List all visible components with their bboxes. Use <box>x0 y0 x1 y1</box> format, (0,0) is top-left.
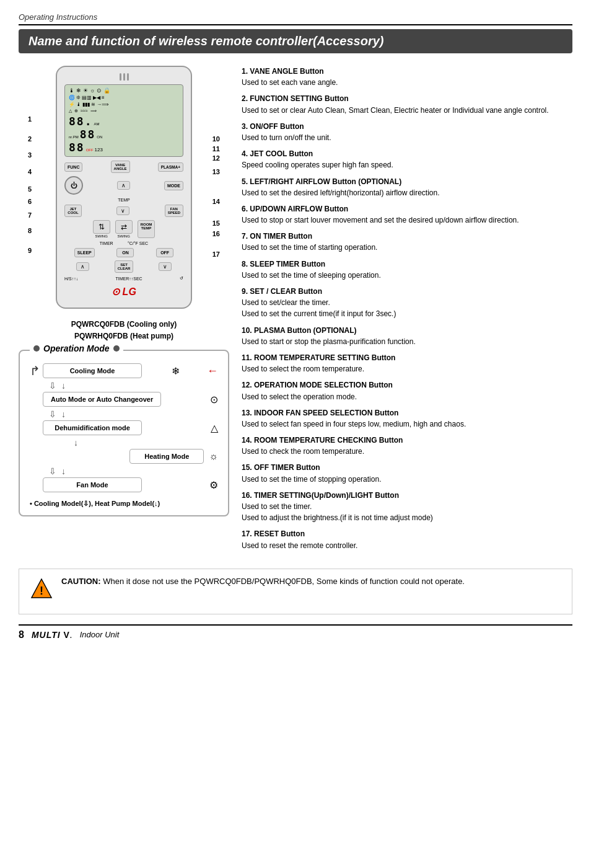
fan-speed-btn[interactable]: FANSPEED <box>165 205 183 217</box>
timer-up-btn[interactable]: ∧ <box>76 262 89 271</box>
label-3: 3 <box>28 151 32 159</box>
item-16-title: 16. TIMER SETTING(Up/Down)/LIGHT Button <box>242 491 399 500</box>
op-auto-row: Auto Mode or Auto Changeover ⊙ <box>43 392 218 407</box>
lg-logo: ⊙ LG <box>64 286 183 298</box>
item-4-desc: Speed cooling operates super high fan sp… <box>242 161 393 169</box>
item-12-title: 12. OPERATION MODE SELECTION Button <box>242 381 393 389</box>
set-clear-btn[interactable]: SETCLEAR <box>115 260 134 273</box>
remote-model2: PQWRHQ0FDB (Heat pump) <box>19 330 229 342</box>
item-9-title: 9. SET / CLEAR Button <box>242 287 322 296</box>
item-7: 7. ON TIMER Button Used to set the time … <box>242 231 572 253</box>
label-15: 15 <box>212 219 220 227</box>
mode-btn[interactable]: MODE <box>164 181 183 190</box>
label-2: 2 <box>28 135 32 143</box>
op-arrows-1: ⇩ ↓ <box>49 381 218 391</box>
item-17: 17. RESET Button Used to reset the remot… <box>242 528 572 551</box>
op-note: • Cooling Model(⇩), Heat Pump Model(↓) <box>30 500 218 508</box>
item-3-title: 3. ON/OFF Button <box>242 122 304 131</box>
h-swing-btn[interactable]: ⇄ SWING <box>115 220 133 238</box>
footer: 8 MULTI V. Indoor Unit <box>19 624 572 640</box>
label-9: 9 <box>28 247 32 254</box>
display-digits: 88. <box>69 115 93 128</box>
item-11-title: 11. ROOM TEMPERATURE SETTING Button <box>242 353 395 362</box>
item-3: 3. ON/OFF Button Used to turn on/off the… <box>242 121 572 143</box>
item-15: 15. OFF TIMER Button Used to set the tim… <box>242 462 572 484</box>
plasma-btn[interactable]: PLASMA+ <box>158 162 183 172</box>
item-1: 1. VANE ANGLE Button Used to set each va… <box>242 66 572 88</box>
op-cooling-label: Cooling Mode <box>43 363 142 378</box>
remote-model1: PQWRCQ0FDB (Cooling only) <box>19 319 229 330</box>
item-5-desc: Used to set the desired left/right(horiz… <box>242 188 439 197</box>
item-8: 8. SLEEP TIMER Button Used to set the ti… <box>242 259 572 281</box>
item-2-desc: Used to set or clear Auto Clean, Smart C… <box>242 106 549 115</box>
page-title: Name and function of wireless remote con… <box>19 29 572 53</box>
timer-down-btn[interactable]: ∨ <box>159 262 172 271</box>
operation-mode-box: Operation Mode ↱ Cooling Mode ❄ ← <box>19 350 229 516</box>
off-btn[interactable]: OFF <box>156 248 173 257</box>
operation-mode-title: Operation Mode <box>30 343 123 353</box>
jet-cool-btn[interactable]: JETCOOL <box>64 205 82 217</box>
footer-number: 8 <box>19 629 24 640</box>
label-1: 1 <box>28 115 32 123</box>
op-dehum-row: Dehumidification mode △ <box>43 420 218 435</box>
room-temp-btn[interactable]: ROOMTEMP <box>138 220 155 238</box>
op-heat-row: Heating Mode ☼ <box>43 449 218 464</box>
item-list: 1. VANE ANGLE Button Used to set each va… <box>242 66 572 551</box>
item-10-desc: Used to start or stop the plasma-purific… <box>242 337 416 346</box>
vane-angle-btn[interactable]: VANEANGLE <box>111 161 130 173</box>
item-6-desc: Used to stop or start louver movement an… <box>242 216 519 224</box>
on-btn[interactable]: ON <box>116 248 134 257</box>
label-10: 10 <box>212 135 220 143</box>
item-4: 4. JET COOL Button Speed cooling operate… <box>242 148 572 170</box>
label-5: 5 <box>28 185 32 193</box>
footer-model: Indoor Unit <box>80 630 120 639</box>
op-heat-label: Heating Mode <box>129 449 204 464</box>
power-btn[interactable]: ⏻ <box>64 176 83 195</box>
caution-label: CAUTION: <box>61 577 101 586</box>
label-7: 7 <box>28 211 32 219</box>
op-dehum-label: Dehumidification mode <box>43 420 142 435</box>
footer-brand: MULTI V. <box>32 630 72 640</box>
timer-row: TIMER °C/°F SEC <box>64 241 183 246</box>
timer-label: TIMER↑↑SEC <box>116 277 142 281</box>
item-17-desc: Used to reset the remote controller. <box>242 541 357 550</box>
item-13-desc: Used to select fan speed in four steps l… <box>242 420 466 428</box>
hr-label: H/S↑↑↓ <box>64 277 78 281</box>
op-arrows-4: ⇩ ↓ <box>49 466 218 476</box>
remote-container: 1 2 3 4 5 6 7 8 9 10 11 12 13 14 15 16 <box>19 66 229 309</box>
op-mode-dot-left <box>33 345 40 352</box>
label-12: 12 <box>212 154 220 162</box>
item-5-title: 5. LEFT/RIGHT AIRFLOW Button (OPTIONAL) <box>242 177 401 186</box>
item-13: 13. INDOOR FAN SPEED SELECTION Button Us… <box>242 407 572 430</box>
label-11: 11 <box>212 145 220 153</box>
temp-down-btn[interactable]: ∨ <box>116 206 129 215</box>
temp-up-btn[interactable]: ∧ <box>117 181 130 190</box>
vent-slits <box>64 73 183 81</box>
item-11: 11. ROOM TEMPERATURE SETTING Button Used… <box>242 352 572 374</box>
item-8-desc: Used to set the time of sleeping operati… <box>242 271 381 280</box>
item-15-title: 15. OFF TIMER Button <box>242 463 320 472</box>
item-10-title: 10. PLASMA Button (OPTIONAL) <box>242 326 357 335</box>
item-14-desc: Used to check the room temperature. <box>242 447 364 456</box>
v-swing-btn[interactable]: ⇅ SWING <box>93 220 110 238</box>
item-2: 2. FUNCTION SETTING Button Used to set o… <box>242 93 572 115</box>
sleep-on-off-row: SLEEP ON OFF <box>64 248 183 257</box>
item-8-title: 8. SLEEP TIMER Button <box>242 260 325 268</box>
item-5: 5. LEFT/RIGHT AIRFLOW Button (OPTIONAL) … <box>242 176 572 198</box>
sleep-btn[interactable]: SLEEP <box>74 248 95 257</box>
reset-icon: ↺ <box>180 276 183 281</box>
caution-icon: ! <box>29 577 54 606</box>
left-column: 1 2 3 4 5 6 7 8 9 10 11 12 13 14 15 16 <box>19 66 229 516</box>
func-btn[interactable]: FUNC <box>64 162 82 172</box>
item-15-desc: Used to set the time of stopping operati… <box>242 475 381 484</box>
item-1-desc: Used to set each vane angle. <box>242 78 338 87</box>
caution-text: CAUTION: When it dose not use the PQWRCQ… <box>61 577 465 586</box>
remote-display: 🌡❄☀☼⊙🔒 🌀❊▤▥▶◀≡ ⚡🌡▮▮▮≋→⟹ △⊕≈≈≈⟹ <box>64 84 183 157</box>
label-16: 16 <box>212 230 220 237</box>
item-9: 9. SET / CLEAR Button Used to set/clear … <box>242 286 572 320</box>
item-9-desc: Used to set/clear the timer.Used to set … <box>242 298 396 318</box>
item-7-title: 7. ON TIMER Button <box>242 232 312 241</box>
item-10: 10. PLASMA Button (OPTIONAL) Used to sta… <box>242 325 572 347</box>
op-cooling-arrow-in: ← <box>207 365 218 378</box>
caution-message: When it dose not use the PQWRCQ0FDB/PQWR… <box>103 577 465 586</box>
